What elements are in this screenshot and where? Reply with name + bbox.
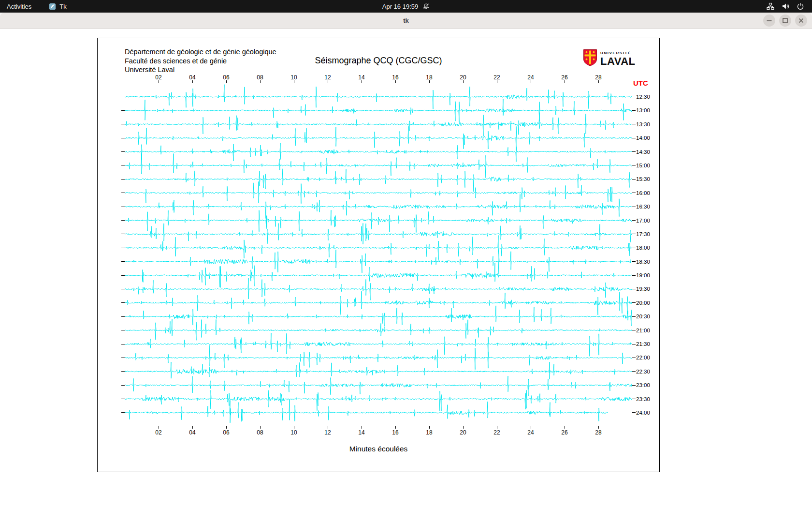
x-tick-mark-bottom — [395, 426, 396, 429]
trace-time-label: 14:30 — [636, 149, 650, 155]
x-tick-label-top: 28 — [595, 74, 601, 81]
x-tick-mark-top — [429, 80, 430, 83]
trace-time-label: 14:00 — [636, 135, 650, 141]
x-tick-label-bottom: 08 — [257, 429, 263, 436]
tk-app-icon — [49, 3, 56, 10]
seismogram-canvas — [125, 83, 632, 426]
trace-time-label: 21:00 — [636, 328, 650, 333]
x-tick-mark-bottom — [362, 426, 362, 429]
trace-tick-right — [632, 399, 636, 399]
laval-shield-icon — [583, 49, 597, 69]
trace-time-label: 23:00 — [636, 382, 650, 388]
x-tick-label-top: 06 — [223, 74, 229, 81]
x-tick-label-bottom: 02 — [155, 429, 161, 436]
x-tick-label-bottom: 22 — [493, 429, 500, 436]
x-axis-label: Minutes écoulées — [97, 445, 660, 453]
x-tick-label-bottom: 18 — [426, 429, 432, 436]
trace-tick-right — [632, 385, 636, 386]
trace-tick-left — [121, 275, 125, 276]
trace-time-label: 24:00 — [636, 410, 650, 416]
trace-tick-right — [632, 165, 636, 165]
x-tick-mark-bottom — [429, 426, 430, 429]
x-tick-label-bottom: 26 — [561, 429, 567, 436]
logo-text-universite: UNIVERSITÉ — [600, 51, 636, 55]
trace-time-label: 18:00 — [636, 245, 650, 251]
x-tick-mark-top — [463, 80, 464, 83]
x-tick-mark-top — [565, 80, 565, 83]
clock-label: Apr 16 19:59 — [382, 3, 418, 10]
x-tick-mark-bottom — [497, 426, 497, 429]
trace-time-label: 22:30 — [636, 369, 650, 374]
app-indicator[interactable]: Tk — [49, 3, 66, 10]
trace-tick-left — [121, 138, 125, 138]
trace-tick-right — [632, 124, 636, 124]
x-tick-mark-top — [226, 80, 227, 83]
window-title: tk — [403, 17, 409, 24]
volume-icon — [782, 2, 789, 10]
trace-tick-right — [632, 179, 636, 179]
x-tick-mark-top — [531, 80, 531, 83]
x-tick-mark-top — [497, 80, 497, 83]
trace-tick-right — [632, 248, 636, 248]
desktop: Activities Tk Apr 16 19:59 — [0, 0, 812, 508]
trace-time-label: 12:30 — [636, 94, 650, 100]
chart-title: Séismographe QCQ (CGC/GSC) — [97, 56, 660, 66]
x-tick-mark-bottom — [598, 426, 599, 429]
trace-time-label: 15:30 — [636, 176, 650, 182]
x-tick-mark-bottom — [565, 426, 565, 429]
trace-tick-left — [121, 124, 125, 124]
system-status-menu[interactable] — [767, 2, 812, 10]
x-tick-label-bottom: 16 — [392, 429, 398, 436]
x-tick-label-bottom: 24 — [527, 429, 534, 436]
x-tick-label-top: 26 — [561, 74, 567, 81]
logo-text-laval: LAVAL — [600, 56, 636, 67]
x-tick-label-top: 20 — [460, 74, 466, 81]
trace-tick-left — [121, 302, 125, 303]
x-tick-mark-top — [362, 80, 362, 83]
trace-tick-left — [121, 165, 125, 165]
minimize-button[interactable] — [763, 15, 775, 27]
institution-line-1: Département de géologie et de génie géol… — [125, 47, 276, 57]
trace-tick-left — [121, 289, 125, 289]
x-tick-label-top: 08 — [257, 74, 263, 81]
top-bar: Activities Tk Apr 16 19:59 — [0, 0, 812, 13]
trace-tick-left — [121, 399, 125, 399]
maximize-button[interactable] — [779, 15, 791, 27]
trace-time-label: 18:30 — [636, 259, 650, 265]
trace-time-label: 22:00 — [636, 355, 650, 360]
trace-tick-right — [632, 234, 636, 234]
x-tick-label-bottom: 12 — [324, 429, 331, 436]
x-tick-label-bottom: 10 — [290, 429, 297, 436]
trace-tick-right — [632, 316, 636, 317]
trace-time-label: 17:00 — [636, 218, 650, 224]
close-button[interactable] — [795, 15, 807, 27]
trace-tick-right — [632, 220, 636, 221]
trace-time-label: 19:30 — [636, 286, 650, 292]
window-content: Département de géologie et de génie géol… — [0, 29, 812, 508]
activities-button[interactable]: Activities — [7, 3, 31, 10]
x-tick-mark-top — [395, 80, 396, 83]
x-tick-label-bottom: 20 — [460, 429, 466, 436]
trace-tick-right — [632, 151, 636, 152]
trace-tick-left — [121, 248, 125, 248]
trace-tick-right — [632, 302, 636, 303]
x-tick-mark-bottom — [159, 426, 159, 429]
trace-tick-left — [121, 358, 125, 358]
trace-time-label: 13:30 — [636, 121, 650, 127]
trace-time-label: 13:00 — [636, 107, 650, 113]
trace-time-label: 17:30 — [636, 231, 650, 237]
clock-menu[interactable]: Apr 16 19:59 — [382, 0, 430, 13]
trace-tick-left — [121, 220, 125, 221]
trace-time-label: 20:00 — [636, 300, 650, 306]
window-title-bar[interactable]: tk — [0, 13, 812, 29]
x-tick-mark-bottom — [531, 426, 531, 429]
institution-line-3: Université Laval — [125, 65, 276, 75]
trace-tick-right — [632, 193, 636, 193]
x-tick-mark-bottom — [260, 426, 261, 429]
trace-tick-right — [632, 412, 636, 413]
x-tick-mark-bottom — [226, 426, 227, 429]
x-tick-label-top: 04 — [189, 74, 195, 81]
x-tick-mark-bottom — [192, 426, 193, 429]
trace-tick-right — [632, 97, 636, 97]
trace-tick-left — [121, 330, 125, 330]
